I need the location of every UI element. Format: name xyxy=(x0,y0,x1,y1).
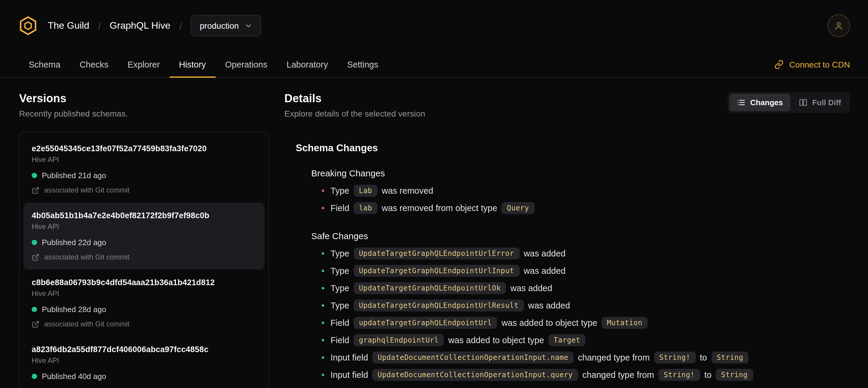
code-chip: UpdateDocumentCollectionOperationInput.q… xyxy=(372,368,578,381)
breaking-changes-list: TypeLabwas removedFieldlabwas removed fr… xyxy=(311,182,850,216)
change-text: was added xyxy=(528,300,570,310)
version-list-item[interactable]: e2e55045345ce13fe07f52a77459b83fa3fe7020… xyxy=(23,136,265,203)
connect-to-cdn-label: Connect to CDN xyxy=(789,59,850,69)
version-published-label: Published 28d ago xyxy=(42,305,106,314)
tab-operations[interactable]: Operations xyxy=(215,52,277,77)
person-icon xyxy=(833,20,844,31)
details-panel: Details Explore details of the selected … xyxy=(284,92,850,388)
version-published: Published 22d ago xyxy=(32,238,256,247)
versions-subtitle: Recently published schemas. xyxy=(19,109,269,118)
code-chip: UpdateDocumentCollectionOperationInput.n… xyxy=(372,351,574,363)
version-published: Published 21d ago xyxy=(32,171,256,180)
details-subtitle: Explore details of the selected version xyxy=(284,109,425,118)
published-dot-icon xyxy=(32,240,37,245)
changes-view-button[interactable]: Changes xyxy=(729,94,790,111)
hive-logo-icon[interactable] xyxy=(19,16,37,35)
change-text: Field xyxy=(331,335,349,345)
full-diff-view-button[interactable]: Full Diff xyxy=(791,94,848,111)
versions-title: Versions xyxy=(19,92,269,105)
main-content: Versions Recently published schemas. e2e… xyxy=(0,78,868,388)
details-heading-block: Details Explore details of the selected … xyxy=(284,92,425,118)
details-header: Details Explore details of the selected … xyxy=(284,92,850,118)
published-dot-icon xyxy=(32,374,37,379)
breadcrumb-project[interactable]: GraphQL Hive xyxy=(110,20,170,31)
change-text: Field xyxy=(331,318,349,327)
version-service: Hive API xyxy=(32,289,256,298)
tab-settings[interactable]: Settings xyxy=(338,52,388,77)
tab-schema[interactable]: Schema xyxy=(19,52,70,77)
change-text: Type xyxy=(331,186,349,195)
version-service: Hive API xyxy=(32,356,256,365)
app-root: The Guild / GraphQL Hive / production Sc… xyxy=(0,0,868,388)
user-avatar[interactable] xyxy=(827,14,850,37)
change-text: changed type from xyxy=(583,370,654,379)
change-text: was added to object type xyxy=(448,335,544,345)
external-link-icon xyxy=(32,320,39,328)
code-chip: String! xyxy=(658,368,700,381)
version-published-label: Published 21d ago xyxy=(42,171,106,180)
tab-explorer[interactable]: Explorer xyxy=(118,52,169,77)
version-list-item[interactable]: c8b6e88a06793b9c4dfd54aaa21b36a1b421d812… xyxy=(23,270,265,336)
code-chip: UpdateTargetGraphQLEndpointUrlOk xyxy=(353,282,506,294)
breaking-changes-title: Breaking Changes xyxy=(311,168,850,178)
code-chip: UpdateTargetGraphQLEndpointUrlResult xyxy=(353,299,524,311)
changes-view-label: Changes xyxy=(750,98,783,107)
version-hash: c8b6e88a06793b9c4dfd54aaa21b36a1b421d812 xyxy=(32,278,256,287)
version-published: Published 40d ago xyxy=(32,372,256,381)
code-chip: UpdateTargetGraphQLEndpointUrlError xyxy=(353,247,520,259)
change-item: TypeUpdateTargetGraphQLEndpointUrlResult… xyxy=(321,297,850,314)
link-icon xyxy=(774,59,784,69)
version-list-item[interactable]: 4b05ab51b1b4a7e2e4b0ef82172f2b9f7ef98c0b… xyxy=(23,203,265,270)
version-git-label: associated with Git commit xyxy=(44,186,129,194)
details-title: Details xyxy=(284,92,425,105)
columns-icon xyxy=(798,98,807,107)
breadcrumb-org[interactable]: The Guild xyxy=(48,20,89,31)
change-item: TypeUpdateTargetGraphQLEndpointUrlInputw… xyxy=(321,262,850,279)
main-nav: SchemaChecksExplorerHistoryOperationsLab… xyxy=(0,52,868,78)
change-text: Type xyxy=(331,283,349,293)
change-text: was removed from object type xyxy=(382,203,497,212)
published-dot-icon xyxy=(32,173,37,178)
change-text: to xyxy=(700,352,707,362)
view-toggle: Changes Full Diff xyxy=(727,92,850,113)
code-chip: UpdateTargetGraphQLEndpointUrlInput xyxy=(353,265,520,276)
tab-history[interactable]: History xyxy=(169,52,215,77)
nav-tabs: SchemaChecksExplorerHistoryOperationsLab… xyxy=(19,52,388,77)
code-chip: String! xyxy=(654,351,696,363)
code-chip: graphqlEndpointUrl xyxy=(353,334,444,346)
code-chip: String xyxy=(716,368,753,381)
connect-to-cdn-link[interactable]: Connect to CDN xyxy=(774,52,850,77)
external-link-icon xyxy=(32,186,39,194)
safe-changes-list: TypeUpdateTargetGraphQLEndpointUrlErrorw… xyxy=(311,244,850,383)
version-list-item[interactable]: a823f6db2a55df877dcf406006abca97fcc4858c… xyxy=(23,336,265,388)
change-item: TypeLabwas removed xyxy=(321,182,850,199)
version-git-association: associated with Git commit xyxy=(32,253,256,261)
version-published-label: Published 22d ago xyxy=(42,238,106,247)
breadcrumb-separator: / xyxy=(179,21,182,31)
version-git-label: associated with Git commit xyxy=(44,253,129,261)
nav-spacer xyxy=(388,52,774,77)
version-hash: e2e55045345ce13fe07f52a77459b83fa3fe7020 xyxy=(32,144,256,153)
version-hash: 4b05ab51b1b4a7e2e4b0ef82172f2b9f7ef98c0b xyxy=(32,211,256,220)
published-dot-icon xyxy=(32,307,37,312)
top-header: The Guild / GraphQL Hive / production xyxy=(0,0,868,52)
change-text: Input field xyxy=(331,352,368,362)
code-chip: Mutation xyxy=(601,317,648,329)
version-git-association: associated with Git commit xyxy=(32,186,256,194)
change-text: was removed xyxy=(382,186,433,195)
change-text: to xyxy=(704,370,712,379)
breadcrumb-separator: / xyxy=(98,21,101,31)
code-chip: updateTargetGraphQLEndpointUrl xyxy=(353,317,497,329)
schema-changes-title: Schema Changes xyxy=(296,142,850,154)
versions-list[interactable]: e2e55045345ce13fe07f52a77459b83fa3fe7020… xyxy=(19,131,269,388)
external-link-icon xyxy=(32,253,39,261)
tab-laboratory[interactable]: Laboratory xyxy=(277,52,338,77)
change-item: Input fieldUpdateDocumentCollectionOpera… xyxy=(321,366,850,383)
change-text: was added xyxy=(524,266,565,275)
code-chip: Query xyxy=(501,202,534,214)
change-text: Type xyxy=(331,300,349,310)
full-diff-view-label: Full Diff xyxy=(812,98,841,107)
version-git-label: associated with Git commit xyxy=(44,320,129,328)
tab-checks[interactable]: Checks xyxy=(70,52,118,77)
target-selector[interactable]: production xyxy=(191,15,261,36)
